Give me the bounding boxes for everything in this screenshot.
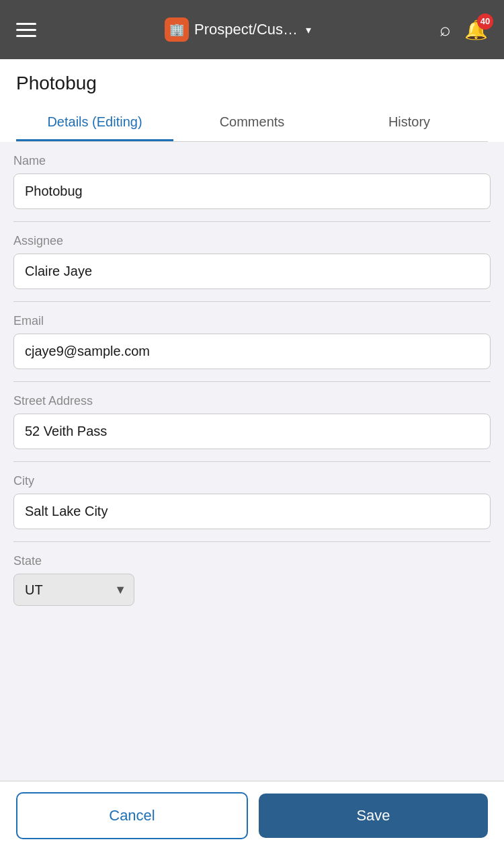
- app-icon-emoji: 🏢: [169, 22, 184, 37]
- state-label: State: [13, 554, 491, 568]
- state-select[interactable]: ALAKAZARCACOCTDEFLGAHIIDILINIAKSKYLAMEMD…: [13, 574, 134, 606]
- notification-badge: 40: [477, 13, 493, 30]
- nav-center: 🏢 Prospect/Cus… ▾: [165, 17, 311, 42]
- street-label: Street Address: [13, 394, 491, 408]
- bottom-action-bar: Cancel Save: [0, 781, 504, 850]
- page-title-bar: Photobug Details (Editing) Comments Hist…: [0, 59, 504, 142]
- cancel-button[interactable]: Cancel: [16, 792, 248, 839]
- city-section: City: [0, 462, 504, 542]
- name-section: Name: [0, 142, 504, 222]
- nav-left: [16, 23, 36, 37]
- tabs: Details (Editing) Comments History: [16, 105, 488, 142]
- state-section: State ALAKAZARCACOCTDEFLGAHIIDILINIAKSKY…: [0, 542, 504, 606]
- nav-dropdown-icon[interactable]: ▾: [306, 24, 311, 36]
- assignee-section: Assignee: [0, 222, 504, 302]
- tab-details[interactable]: Details (Editing): [16, 105, 173, 141]
- email-input[interactable]: [13, 334, 491, 369]
- email-label: Email: [13, 314, 491, 328]
- street-section: Street Address: [0, 382, 504, 462]
- tab-comments[interactable]: Comments: [173, 105, 331, 141]
- bell-icon[interactable]: 🔔 40: [464, 19, 488, 41]
- email-section: Email: [0, 302, 504, 382]
- nav-title: Prospect/Cus…: [194, 21, 298, 38]
- state-select-wrapper: ALAKAZARCACOCTDEFLGAHIIDILINIAKSKYLAMEMD…: [13, 574, 134, 606]
- search-icon[interactable]: ⌕: [439, 19, 451, 40]
- hamburger-menu-button[interactable]: [16, 23, 36, 37]
- page-title: Photobug: [16, 73, 488, 94]
- street-input[interactable]: [13, 414, 491, 449]
- nav-right: ⌕ 🔔 40: [439, 19, 488, 41]
- app-icon: 🏢: [165, 17, 189, 42]
- assignee-input[interactable]: [13, 254, 491, 289]
- name-label: Name: [13, 154, 491, 168]
- save-button[interactable]: Save: [259, 794, 488, 838]
- form-area: Name Assignee Email Street Address City …: [0, 142, 504, 673]
- name-input[interactable]: [13, 173, 491, 209]
- assignee-label: Assignee: [13, 234, 491, 248]
- city-label: City: [13, 474, 491, 488]
- city-input[interactable]: [13, 494, 491, 529]
- nav-bar: 🏢 Prospect/Cus… ▾ ⌕ 🔔 40: [0, 0, 504, 59]
- tab-history[interactable]: History: [331, 105, 488, 141]
